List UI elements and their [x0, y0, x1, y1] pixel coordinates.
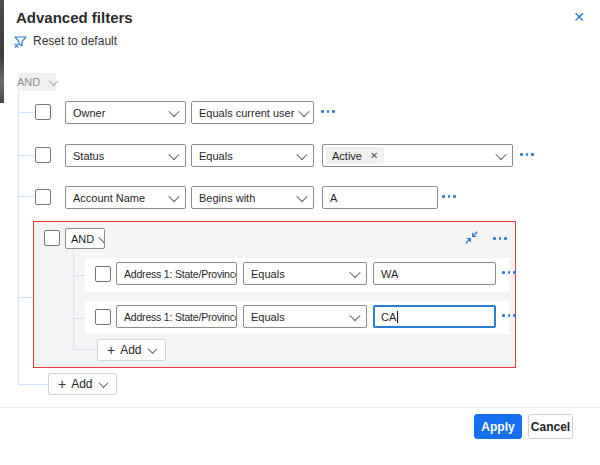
row-checkbox[interactable] [35, 189, 51, 205]
field-dropdown[interactable]: Address 1: State/Province [116, 305, 237, 328]
group-checkbox[interactable] [44, 230, 60, 246]
chevron-down-icon [349, 266, 360, 277]
tree-line [18, 112, 35, 113]
operator-label: Begins with [199, 192, 255, 204]
text-cursor [397, 311, 398, 323]
apply-button[interactable]: Apply [474, 414, 522, 439]
add-label: Add [120, 343, 141, 357]
field-label: Status [73, 150, 104, 162]
page-title: Advanced filters [16, 9, 133, 26]
root-add-button[interactable]: + Add [48, 373, 117, 395]
value-input[interactable]: WA [373, 262, 496, 285]
group-more-button[interactable] [493, 237, 507, 240]
field-label: Address 1: State/Province [124, 311, 237, 323]
add-label: Add [71, 377, 92, 391]
row-more-button[interactable] [502, 271, 516, 274]
filter-dismiss-icon [14, 35, 27, 48]
chevron-down-icon [168, 148, 179, 159]
field-label: Account Name [73, 192, 145, 204]
field-dropdown[interactable]: Status [65, 144, 186, 167]
background-app-edge [0, 0, 4, 103]
row-checkbox[interactable] [35, 147, 51, 163]
tree-line [18, 91, 19, 384]
chevron-down-icon [296, 190, 307, 201]
value-input-focused[interactable]: CA [373, 305, 496, 328]
operator-dropdown[interactable]: Equals [243, 305, 367, 328]
tag-dismiss-icon[interactable]: ✕ [370, 150, 378, 161]
tree-line [73, 249, 74, 350]
plus-icon: + [58, 377, 66, 391]
operator-label: Equals current user [199, 107, 294, 119]
row-checkbox[interactable] [35, 104, 51, 120]
value-text: CA [381, 311, 396, 323]
chevron-down-icon [349, 309, 360, 320]
chevron-down-icon [147, 344, 157, 354]
tree-line [18, 384, 48, 385]
chevron-down-icon [168, 190, 179, 201]
footer-divider [0, 407, 600, 408]
value-input[interactable]: A [322, 186, 438, 209]
tree-line [73, 318, 85, 319]
operator-dropdown[interactable]: Equals [243, 262, 367, 285]
tree-line [73, 275, 85, 276]
chevron-down-icon [296, 148, 307, 159]
operator-label: Equals [251, 311, 285, 323]
reset-to-default-button[interactable]: Reset to default [14, 34, 117, 48]
value-tag-label: Active [332, 150, 362, 162]
row-more-button[interactable] [520, 153, 534, 156]
group-add-button[interactable]: + Add [97, 339, 166, 361]
collapse-group-icon[interactable] [465, 231, 478, 244]
operator-dropdown[interactable]: Begins with [191, 186, 314, 209]
row-more-button[interactable] [442, 195, 456, 198]
cancel-button[interactable]: Cancel [528, 414, 573, 439]
row-checkbox[interactable] [95, 266, 111, 282]
close-icon[interactable]: ✕ [570, 8, 588, 26]
advanced-filters-dialog: Advanced filters ✕ Reset to default AND … [0, 0, 600, 465]
chevron-down-icon [99, 231, 105, 242]
operator-dropdown[interactable]: Equals current user [191, 101, 314, 124]
tree-line [73, 349, 98, 350]
row-more-button[interactable] [502, 314, 516, 317]
operator-dropdown[interactable]: Equals [191, 144, 314, 167]
group-operator-label: AND [71, 233, 94, 245]
operator-label: Equals [199, 150, 233, 162]
plus-icon: + [107, 343, 115, 357]
tree-line [18, 196, 35, 197]
root-operator-dropdown[interactable]: AND [18, 73, 56, 91]
tree-line [18, 155, 35, 156]
row-checkbox[interactable] [95, 309, 111, 325]
root-operator-label: AND [17, 76, 40, 88]
field-label: Address 1: State/Province [124, 268, 237, 280]
chevron-down-icon [98, 378, 108, 388]
chevron-down-icon [495, 148, 506, 159]
tree-line [18, 297, 33, 298]
group-operator-dropdown[interactable]: AND [65, 228, 105, 249]
chevron-down-icon [168, 105, 179, 116]
field-dropdown[interactable]: Account Name [65, 186, 186, 209]
operator-label: Equals [251, 268, 285, 280]
field-dropdown[interactable]: Owner [65, 101, 186, 124]
row-more-button[interactable] [321, 110, 335, 113]
value-tag: Active ✕ [326, 147, 384, 164]
chevron-down-icon [49, 76, 59, 86]
reset-label: Reset to default [33, 34, 117, 48]
value-multiselect[interactable]: Active ✕ [322, 144, 513, 167]
value-text: A [330, 192, 337, 204]
field-label: Owner [73, 107, 105, 119]
chevron-down-icon [299, 105, 310, 116]
value-text: WA [381, 268, 398, 280]
field-dropdown[interactable]: Address 1: State/Province [116, 262, 237, 285]
nested-filter-group: AND Address 1: State/Province Equals WA [33, 221, 516, 368]
